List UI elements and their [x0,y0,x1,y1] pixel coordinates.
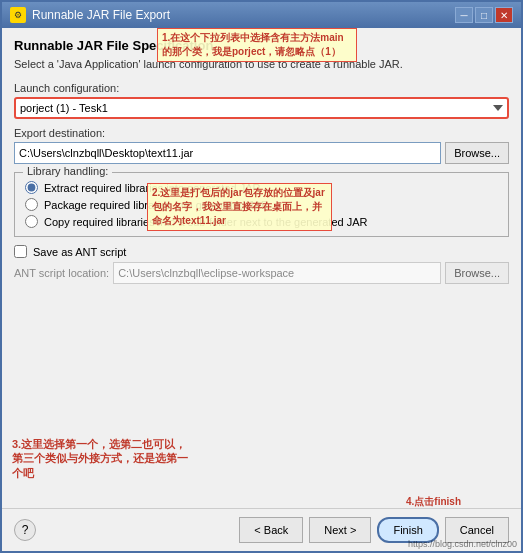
radio-extract[interactable]: Extract required libraries into generate… [25,181,498,194]
library-handling-group: Library handling: Extract required libra… [14,172,509,237]
radio-copy-label: Copy required libraries into a sub-folde… [44,216,367,228]
save-ant-checkbox[interactable] [14,245,27,258]
export-dest-row: Browse... [14,142,509,164]
annotation-note4: 4.点击finish [406,495,461,508]
radio-extract-input[interactable] [25,181,38,194]
export-browse-button[interactable]: Browse... [445,142,509,164]
ant-location-label: ANT script location: [14,267,109,279]
launch-config-select[interactable]: porject (1) - Tesk1 [14,97,509,119]
radio-package-input[interactable] [25,198,38,211]
back-button[interactable]: < Back [239,517,303,543]
annotation-note3: 3.这里选择第一个，选第二也可以，第三个类似与外接方式，还是选第一个吧 [12,437,197,480]
ant-script-row: ANT script location: Browse... [14,262,509,284]
title-controls: ─ □ ✕ [455,7,513,23]
jar-icon: ⚙ [10,7,26,23]
radio-extract-label: Extract required libraries into generate… [44,182,260,194]
footer: ? < Back Next > Finish Cancel [2,508,521,551]
save-ant-row: Save as ANT script [14,245,509,258]
content-area: Runnable JAR File Specification Select a… [2,28,521,508]
launch-config-label: Launch configuration: [14,82,509,94]
close-button[interactable]: ✕ [495,7,513,23]
radio-package[interactable]: Package required libraries into generate… [25,198,498,211]
next-button[interactable]: Next > [309,517,371,543]
save-ant-label: Save as ANT script [33,246,126,258]
footer-left: ? [14,519,36,541]
minimize-button[interactable]: ─ [455,7,473,23]
finish-button[interactable]: Finish [377,517,438,543]
launch-config-row: porject (1) - Tesk1 [14,97,509,119]
help-button[interactable]: ? [14,519,36,541]
window: ⚙ Runnable JAR File Export ─ □ ✕ Runnabl… [0,0,523,553]
cancel-button[interactable]: Cancel [445,517,509,543]
window-title: Runnable JAR File Export [32,8,170,22]
ant-location-input [113,262,441,284]
export-dest-label: Export destination: [14,127,509,139]
library-handling-label: Library handling: [23,165,112,177]
ant-browse-button[interactable]: Browse... [445,262,509,284]
maximize-button[interactable]: □ [475,7,493,23]
export-dest-input[interactable] [14,142,441,164]
radio-package-label: Package required libraries into generate… [44,199,269,211]
title-bar: ⚙ Runnable JAR File Export ─ □ ✕ [2,2,521,28]
radio-copy-input[interactable] [25,215,38,228]
title-bar-left: ⚙ Runnable JAR File Export [10,7,170,23]
description-text: Select a 'Java Application' launch confi… [14,57,509,72]
section-title: Runnable JAR File Specification [14,38,509,53]
footer-right: < Back Next > Finish Cancel [239,517,509,543]
radio-copy[interactable]: Copy required libraries into a sub-folde… [25,215,498,228]
